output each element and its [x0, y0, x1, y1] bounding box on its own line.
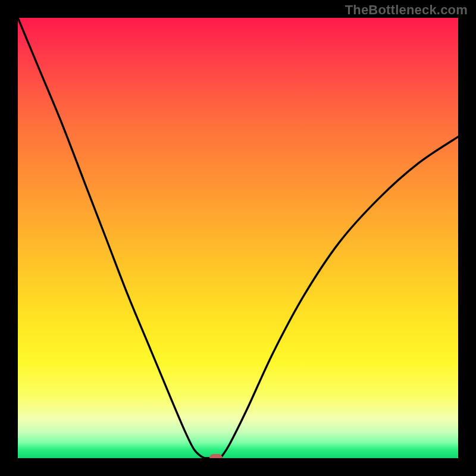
- curve-path: [18, 18, 458, 458]
- watermark-text: TheBottleneck.com: [345, 2, 468, 18]
- trough-marker: [209, 454, 223, 458]
- bottleneck-curve: [18, 18, 458, 458]
- chart-frame: TheBottleneck.com: [0, 0, 476, 476]
- plot-area: [18, 18, 458, 458]
